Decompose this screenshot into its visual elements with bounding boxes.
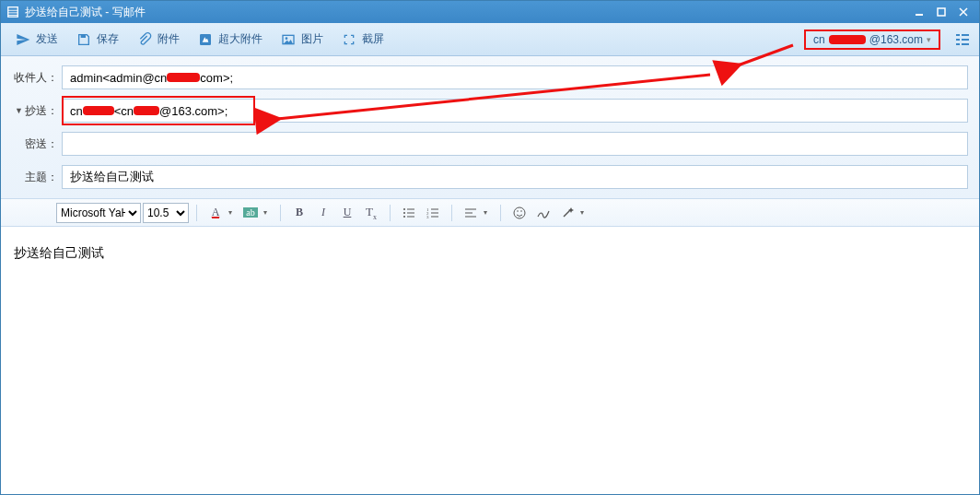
svg-rect-16 xyxy=(956,43,960,45)
window-title: 抄送给自己测试 - 写邮件 xyxy=(25,5,909,20)
svg-rect-8 xyxy=(81,34,86,37)
redaction-mark xyxy=(167,73,200,82)
clear-format-button[interactable]: Tx xyxy=(360,203,382,223)
editor-toolbar: Microsoft YaHei 10.5 A▾ ab▾ B I U Tx 123… xyxy=(1,199,979,227)
bold-button[interactable]: B xyxy=(288,203,310,223)
screenshot-button[interactable]: 截屏 xyxy=(334,28,391,51)
chevron-down-icon: ▾ xyxy=(927,35,931,44)
svg-rect-15 xyxy=(962,39,969,41)
svg-point-34 xyxy=(517,210,519,212)
cc-row: ▼抄送： cn<cn@163.com>; xyxy=(12,99,968,123)
font-size-select[interactable]: 10.5 xyxy=(143,203,189,223)
svg-point-11 xyxy=(286,37,288,40)
font-family-select[interactable]: Microsoft YaHei xyxy=(56,203,141,223)
close-button[interactable] xyxy=(953,4,974,20)
svg-rect-14 xyxy=(956,39,960,41)
compose-window: 抄送给自己测试 - 写邮件 发送 保存 附件 超大附件 图片 xyxy=(0,0,980,495)
app-icon xyxy=(6,6,19,18)
bcc-input[interactable] xyxy=(62,132,968,156)
minimize-button[interactable] xyxy=(909,4,929,20)
maximize-button[interactable] xyxy=(931,4,951,20)
redaction-mark xyxy=(829,35,866,44)
svg-rect-17 xyxy=(962,43,969,45)
editor-body[interactable]: 抄送给自己测试 xyxy=(1,227,979,494)
to-input[interactable]: admin<admin@cncom>; xyxy=(62,65,968,89)
image-button[interactable]: 图片 xyxy=(274,28,331,51)
underline-button[interactable]: U xyxy=(336,203,358,223)
subject-label: 主题： xyxy=(12,170,62,185)
signature-button[interactable] xyxy=(532,203,554,223)
number-list-button[interactable]: 123 xyxy=(422,203,444,223)
subject-input[interactable] xyxy=(62,165,968,189)
italic-button[interactable]: I xyxy=(312,203,334,223)
svg-point-22 xyxy=(403,216,405,218)
font-color-button[interactable]: A xyxy=(204,203,227,223)
titlebar: 抄送给自己测试 - 写邮件 xyxy=(1,1,979,23)
image-label: 图片 xyxy=(301,31,323,47)
subject-row: 主题： xyxy=(12,165,968,189)
main-toolbar: 发送 保存 附件 超大附件 图片 截屏 cn@163.com ▾ xyxy=(1,23,979,56)
triangle-icon: ▼ xyxy=(15,106,23,115)
save-button[interactable]: 保存 xyxy=(69,28,126,51)
attach-button[interactable]: 附件 xyxy=(130,28,187,51)
redaction-mark xyxy=(83,106,114,115)
to-label: 收件人： xyxy=(12,70,62,86)
svg-text:3: 3 xyxy=(426,215,429,219)
send-label: 发送 xyxy=(36,31,58,47)
save-label: 保存 xyxy=(97,31,119,47)
bcc-label: 密送： xyxy=(12,136,62,152)
magic-button[interactable] xyxy=(556,203,578,223)
account-selector[interactable]: cn@163.com ▾ xyxy=(804,29,940,50)
cc-label[interactable]: ▼抄送： xyxy=(12,103,62,119)
emoji-button[interactable] xyxy=(508,203,531,223)
svg-point-18 xyxy=(403,208,405,210)
account-prefix: cn xyxy=(813,33,825,46)
bigattach-button[interactable]: 超大附件 xyxy=(191,28,270,51)
send-button[interactable]: 发送 xyxy=(8,28,65,51)
align-button[interactable] xyxy=(460,203,482,223)
svg-rect-12 xyxy=(956,34,960,36)
attach-label: 附件 xyxy=(158,31,180,47)
redaction-mark xyxy=(134,106,159,115)
account-suffix: @163.com xyxy=(869,33,923,46)
svg-point-35 xyxy=(520,210,522,212)
highlight-button[interactable]: ab xyxy=(239,203,262,223)
svg-point-33 xyxy=(514,207,525,218)
svg-rect-13 xyxy=(962,34,969,36)
bigattach-label: 超大附件 xyxy=(218,31,262,47)
menu-button[interactable] xyxy=(953,30,972,49)
screenshot-label: 截屏 xyxy=(362,31,384,47)
body-text: 抄送给自己测试 xyxy=(14,245,966,262)
bcc-row: 密送： xyxy=(12,132,968,156)
bullet-list-button[interactable] xyxy=(398,203,420,223)
svg-rect-5 xyxy=(938,8,945,16)
svg-point-20 xyxy=(403,212,405,214)
cc-input[interactable]: cn<cn@163.com>; xyxy=(62,99,968,123)
header-fields: 收件人： admin<admin@cncom>; ▼抄送： cn<cn@163.… xyxy=(1,56,979,199)
to-row: 收件人： admin<admin@cncom>; xyxy=(12,65,968,89)
